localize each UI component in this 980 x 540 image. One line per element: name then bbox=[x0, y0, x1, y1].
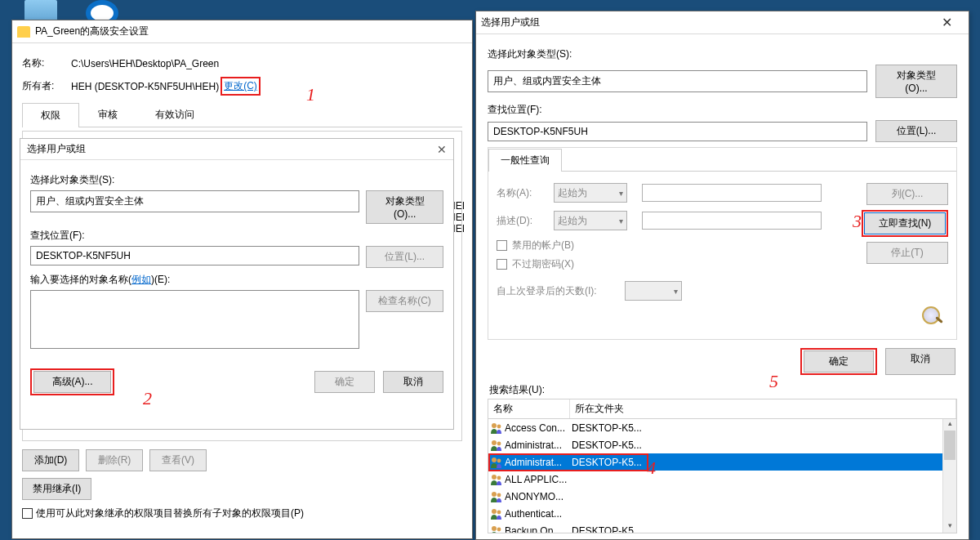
object-type-input[interactable]: 用户、组或内置安全主体 bbox=[488, 70, 867, 92]
desc-filter-label: 描述(D): bbox=[497, 214, 542, 228]
svg-point-1 bbox=[497, 424, 501, 428]
svg-point-11 bbox=[497, 510, 501, 514]
user-group-icon bbox=[490, 524, 503, 534]
results-list[interactable]: Access Con...DESKTOP-K5...Administrat...… bbox=[488, 419, 957, 533]
dialog-title: 选择用户或组 bbox=[481, 16, 929, 29]
remove-button[interactable]: 删除(R) bbox=[86, 449, 143, 471]
search-icon bbox=[919, 306, 948, 324]
select-user-dialog-advanced: 选择用户或组 ✕ 选择此对象类型(S): 用户、组或内置安全主体 对象类型(O)… bbox=[475, 11, 969, 540]
annotation-3: 3 bbox=[853, 211, 862, 232]
select-user-dialog-small: 选择用户或组 ✕ 选择此对象类型(S): 用户、组或内置安全主体 对象类型(O)… bbox=[20, 138, 454, 430]
result-name: Administrat... bbox=[505, 440, 572, 451]
object-type-button[interactable]: 对象类型(O)... bbox=[875, 65, 957, 98]
columns-button[interactable]: 列(C)... bbox=[866, 183, 948, 205]
scrollbar[interactable]: ▴ ▾ bbox=[942, 419, 956, 533]
tab-general-query[interactable]: 一般性查询 bbox=[488, 149, 562, 172]
tab-audit[interactable]: 审核 bbox=[79, 102, 136, 127]
titlebar[interactable]: PA_Green的高级安全设置 bbox=[12, 20, 472, 43]
disable-inherit-button[interactable]: 禁用继承(I) bbox=[22, 478, 91, 500]
scroll-thumb[interactable] bbox=[944, 431, 956, 460]
location-button[interactable]: 位置(L)... bbox=[366, 246, 443, 268]
user-group-icon bbox=[490, 473, 503, 486]
result-row[interactable]: Access Con...DESKTOP-K5... bbox=[488, 419, 956, 436]
svg-point-5 bbox=[497, 458, 501, 462]
result-folder: DESKTOP-K5... bbox=[572, 422, 642, 434]
annotation-2: 2 bbox=[143, 388, 152, 409]
svg-point-9 bbox=[497, 493, 501, 497]
advanced-button[interactable]: 高级(A)... bbox=[33, 371, 111, 393]
name-filter-select[interactable]: 起始为▾ bbox=[554, 183, 627, 203]
result-row[interactable]: ALL APPLIC... bbox=[488, 471, 956, 488]
tab-effective[interactable]: 有效访问 bbox=[136, 102, 213, 127]
scroll-up-icon[interactable]: ▴ bbox=[943, 419, 956, 431]
change-owner-link[interactable]: 更改(C) bbox=[224, 80, 257, 91]
noexpire-checkbox[interactable] bbox=[497, 259, 507, 270]
svg-point-4 bbox=[492, 457, 497, 462]
result-row[interactable]: Backup Op...DESKTOP-K5... bbox=[488, 522, 956, 533]
user-group-icon bbox=[490, 456, 503, 469]
svg-point-3 bbox=[497, 441, 501, 445]
location-input[interactable]: DESKTOP-K5NF5UH bbox=[30, 246, 359, 266]
svg-point-8 bbox=[492, 492, 497, 497]
add-button[interactable]: 添加(D) bbox=[22, 449, 79, 471]
ok-button[interactable]: 确定 bbox=[804, 350, 874, 373]
object-type-label: 选择此对象类型(S): bbox=[488, 47, 957, 61]
find-now-button[interactable]: 立即查找(N) bbox=[864, 212, 946, 234]
col-name-header[interactable]: 名称 bbox=[488, 399, 570, 418]
col-folder-header[interactable]: 所在文件夹 bbox=[570, 399, 956, 418]
scroll-down-icon[interactable]: ▾ bbox=[943, 521, 956, 533]
cancel-button[interactable]: 取消 bbox=[885, 348, 956, 375]
query-panel: 一般性查询 名称(A): 起始为▾ 描述(D): 起始为▾ 禁用的帐户(B) bbox=[488, 147, 957, 340]
desc-filter-input[interactable] bbox=[642, 212, 822, 230]
view-button[interactable]: 查看(V) bbox=[149, 449, 207, 471]
replace-checkbox[interactable] bbox=[22, 508, 33, 519]
svg-point-7 bbox=[497, 475, 501, 480]
svg-point-10 bbox=[492, 509, 497, 514]
result-name: ANONYMO... bbox=[505, 491, 572, 502]
result-name: Backup Op... bbox=[505, 525, 572, 534]
close-icon[interactable]: ✕ bbox=[929, 15, 964, 30]
object-type-label: 选择此对象类型(S): bbox=[30, 173, 443, 187]
result-folder: DESKTOP-K5... bbox=[572, 457, 642, 468]
svg-point-2 bbox=[492, 440, 497, 445]
result-row[interactable]: ANONYMO... bbox=[488, 488, 956, 505]
example-link[interactable]: 例如 bbox=[131, 274, 151, 285]
annotation-4: 4 bbox=[647, 457, 656, 479]
object-names-input[interactable] bbox=[30, 290, 359, 349]
svg-point-0 bbox=[492, 423, 497, 428]
location-label: 查找位置(F): bbox=[30, 229, 443, 243]
result-row[interactable]: Administrat...DESKTOP-K5... bbox=[488, 453, 956, 471]
location-label: 查找位置(F): bbox=[488, 103, 957, 117]
annotation-5: 5 bbox=[769, 371, 778, 392]
ok-button[interactable]: 确定 bbox=[314, 371, 375, 393]
desc-filter-select[interactable]: 起始为▾ bbox=[554, 211, 627, 230]
svg-point-12 bbox=[492, 526, 497, 531]
svg-point-13 bbox=[497, 527, 501, 531]
object-type-input[interactable]: 用户、组或内置安全主体 bbox=[30, 190, 359, 212]
name-value: C:\Users\HEH\Desktop\PA_Green bbox=[71, 58, 219, 69]
result-row[interactable]: Authenticat... bbox=[488, 505, 956, 522]
days-select[interactable]: ▾ bbox=[625, 281, 682, 301]
object-type-button[interactable]: 对象类型(O)... bbox=[366, 190, 443, 224]
replace-label: 使用可从此对象继承的权限项目替换所有子对象的权限项目(P) bbox=[36, 507, 304, 520]
tab-permissions[interactable]: 权限 bbox=[22, 103, 79, 127]
location-button[interactable]: 位置(L)... bbox=[875, 120, 957, 142]
dialog-title: 选择用户或组 bbox=[27, 142, 422, 156]
days-label: 自上次登录后的天数(I): bbox=[497, 284, 597, 298]
cancel-button[interactable]: 取消 bbox=[383, 371, 443, 393]
tabs: 权限 审核 有效访问 bbox=[22, 102, 462, 127]
disabled-checkbox[interactable] bbox=[497, 240, 507, 251]
check-names-button[interactable]: 检查名称(C) bbox=[366, 290, 443, 312]
close-icon[interactable]: ✕ bbox=[422, 143, 447, 156]
stop-button[interactable]: 停止(T) bbox=[866, 242, 948, 264]
result-name: Access Con... bbox=[505, 422, 572, 434]
location-input[interactable]: DESKTOP-K5NF5UH bbox=[488, 122, 867, 141]
user-group-icon bbox=[490, 422, 503, 435]
results-header: 名称 所在文件夹 bbox=[488, 399, 957, 419]
result-folder: DESKTOP-K5... bbox=[572, 525, 642, 534]
result-name: Administrat... bbox=[505, 457, 572, 468]
annotation-1: 1 bbox=[306, 84, 315, 105]
owner-label: 所有者: bbox=[22, 79, 71, 93]
name-filter-input[interactable] bbox=[642, 184, 822, 202]
result-row[interactable]: Administrat...DESKTOP-K5... bbox=[488, 436, 956, 453]
